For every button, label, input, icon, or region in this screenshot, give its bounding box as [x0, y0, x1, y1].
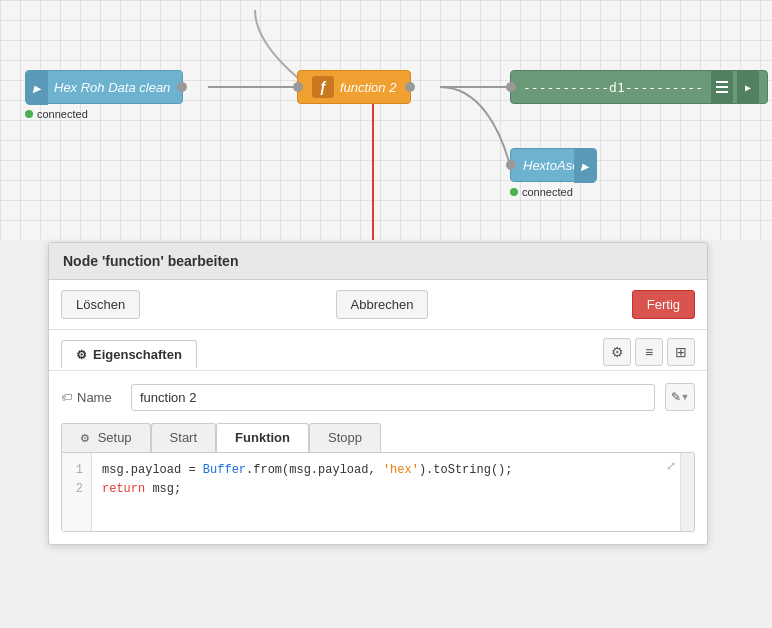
hexascii-arrow-right-icon [574, 149, 596, 183]
function-icon: ƒ [312, 76, 334, 98]
d1-arrow-icon: ▶ [737, 70, 759, 104]
delete-button[interactable]: Löschen [61, 290, 140, 319]
code-line-2: return msg; [102, 480, 670, 499]
d1-port-left [506, 82, 516, 92]
hexascii-status-dot [510, 188, 518, 196]
hex-arrow-left-icon [26, 71, 48, 105]
hex-status-dot [25, 110, 33, 118]
tab-gear-icon-btn[interactable]: ⚙ [603, 338, 631, 366]
expand-icon[interactable]: ⤢ [666, 459, 676, 473]
setup-gear-icon: ⚙ [80, 432, 90, 444]
edit-panel: Node 'function' bearbeiten Löschen Abbre… [48, 242, 708, 545]
d1-menu[interactable] [711, 70, 733, 104]
hex-status: connected [25, 108, 88, 120]
node-hextoascii[interactable]: HextoAscii [510, 148, 597, 182]
tab-grid-icon-btn[interactable]: ⊞ [667, 338, 695, 366]
cancel-button[interactable]: Abbrechen [336, 290, 429, 319]
hexascii-status: connected [510, 186, 573, 198]
panel-tabs-row: ⚙ Eigenschaften ⚙ ≡ ⊞ [49, 330, 707, 371]
panel-content: 🏷 Name ✎ ▼ ⚙ Setup Start Funktion Stopp [49, 371, 707, 544]
gear-tab-icon: ⚙ [76, 348, 87, 362]
hex-port-right [177, 82, 187, 92]
code-editor[interactable]: 1 2 msg.payload = Buffer.from(msg.payloa… [61, 452, 695, 532]
d1-menu-icon [716, 81, 728, 93]
function-port-right [405, 82, 415, 92]
name-action-btn[interactable]: ✎ ▼ [665, 383, 695, 411]
red-indicator-line [372, 104, 374, 240]
tab-stopp[interactable]: Stopp [309, 423, 381, 452]
tag-icon: 🏷 [61, 391, 72, 403]
code-tabs: ⚙ Setup Start Funktion Stopp [61, 423, 695, 452]
tab-properties[interactable]: ⚙ Eigenschaften [61, 340, 197, 368]
node-function-label: function 2 [340, 80, 396, 95]
panel-title: Node 'function' bearbeiten [63, 253, 238, 269]
tab-icons-group: ⚙ ≡ ⊞ [603, 338, 695, 370]
code-line-1: msg.payload = Buffer.from(msg.payload, '… [102, 461, 670, 480]
save-button[interactable]: Fertig [632, 290, 695, 319]
panel-header: Node 'function' bearbeiten [49, 243, 707, 280]
wires [0, 0, 772, 240]
function-port-left [293, 82, 303, 92]
hex-status-text: connected [37, 108, 88, 120]
canvas: Hex Roh Data clean connected ƒ function … [0, 0, 772, 240]
panel-toolbar: Löschen Abbrechen Fertig [49, 280, 707, 330]
tab-funktion[interactable]: Funktion [216, 423, 309, 452]
node-d1-label: -----------d1---------- [523, 80, 703, 95]
name-field-label: 🏷 Name [61, 390, 121, 405]
node-hex-roh[interactable]: Hex Roh Data clean [25, 70, 183, 104]
editor-scrollbar[interactable] [680, 453, 694, 531]
line-num-1: 1 [70, 461, 83, 480]
code-content[interactable]: msg.payload = Buffer.from(msg.payload, '… [92, 453, 680, 531]
pencil-icon: ✎ [671, 390, 681, 404]
node-hex-label: Hex Roh Data clean [54, 80, 170, 95]
hexascii-status-text: connected [522, 186, 573, 198]
hexascii-port-left [506, 160, 516, 170]
node-d1[interactable]: -----------d1---------- ▶ [510, 70, 768, 104]
tab-properties-label: Eigenschaften [93, 347, 182, 362]
line-numbers: 1 2 [62, 453, 92, 531]
dropdown-arrow-icon: ▼ [681, 392, 690, 402]
line-num-2: 2 [70, 480, 83, 499]
tab-setup[interactable]: ⚙ Setup [61, 423, 151, 452]
tab-start[interactable]: Start [151, 423, 216, 452]
node-function2[interactable]: ƒ function 2 [297, 70, 411, 104]
name-input[interactable] [131, 384, 655, 411]
name-field-row: 🏷 Name ✎ ▼ [61, 383, 695, 411]
tab-doc-icon-btn[interactable]: ≡ [635, 338, 663, 366]
